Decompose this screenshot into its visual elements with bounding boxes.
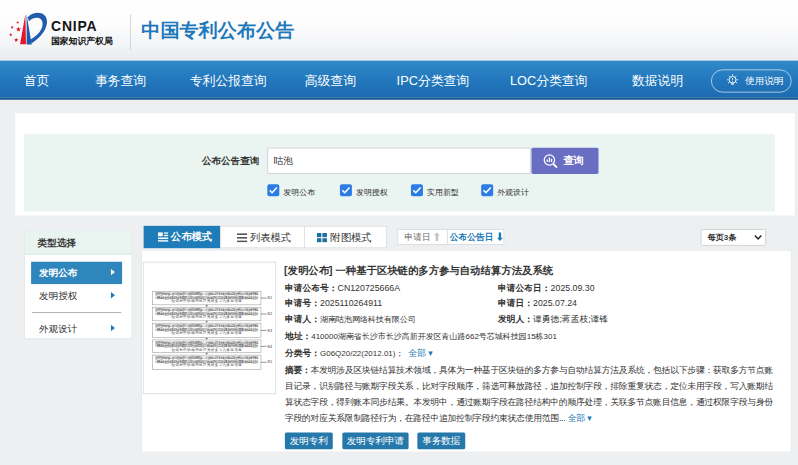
svg-text:S3: S3: [267, 329, 272, 333]
svg-text:径结构中的顺序处理关联多节点账目信息: 径结构中的顺序处理关联多节点账目信息: [172, 298, 243, 303]
svg-text:径结构中的顺序处理关联多节点账目信息: 径结构中的顺序处理关联多节点账目信息: [172, 330, 243, 335]
svg-text:S4: S4: [267, 345, 273, 349]
svg-text:S2: S2: [267, 312, 272, 316]
svg-text:径结构中的顺序处理关联多节点账目信息: 径结构中的顺序处理关联多节点账目信息: [172, 347, 243, 352]
svg-text:径结构中的顺序处理关联多节点账目信息: 径结构中的顺序处理关联多节点账目信息: [172, 314, 243, 319]
svg-text:S1: S1: [267, 296, 272, 300]
svg-text:径结构中的顺序处理关联多节点账目信息: 径结构中的顺序处理关联多节点账目信息: [172, 362, 243, 367]
svg-text:S5: S5: [267, 360, 272, 364]
